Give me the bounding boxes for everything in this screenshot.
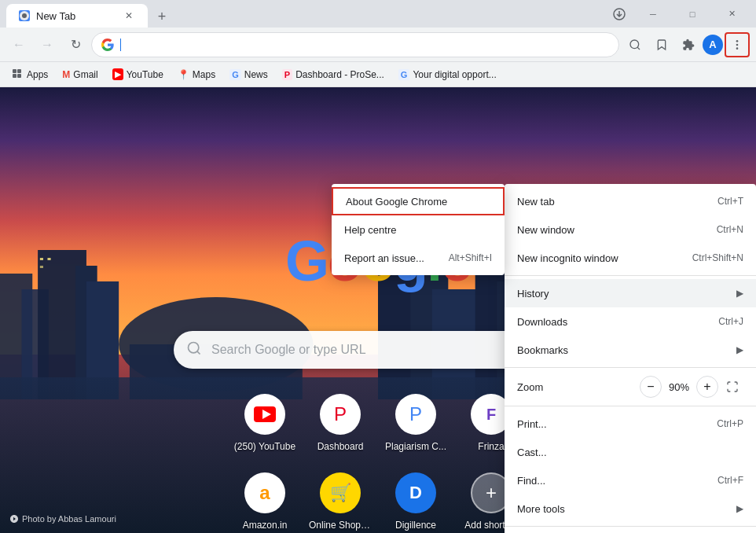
menu-find[interactable]: Find... Ctrl+F	[505, 466, 756, 494]
youtube-icon: ▶	[112, 68, 123, 80]
svg-rect-29	[40, 258, 43, 260]
shortcut-youtube[interactable]: (250) YouTube	[233, 394, 296, 452]
maps-icon: 📍	[178, 69, 189, 80]
cast-label: Cast...	[517, 447, 547, 458]
menu-new-tab[interactable]: New tab Ctrl+T	[505, 187, 756, 215]
chrome-dropdown-menu: New tab Ctrl+T New window Ctrl+N New inc…	[505, 184, 756, 533]
profile-avatar[interactable]: A	[703, 35, 723, 55]
svg-rect-6	[13, 69, 17, 73]
incognito-shortcut: Ctrl+Shift+N	[692, 252, 743, 263]
bookmark-news-label: News	[244, 69, 268, 80]
active-tab[interactable]: New Tab ✕	[6, 4, 148, 28]
back-button[interactable]: ←	[6, 32, 31, 57]
photo-credit: Photo by Abbas Lamouri	[9, 514, 116, 524]
bookmark-gmail[interactable]: M Gmail	[56, 66, 104, 83]
incognito-label: New incognito window	[517, 252, 618, 264]
menu-downloads[interactable]: Downloads Ctrl+J	[505, 307, 756, 336]
shortcut-digillence-icon: D	[395, 472, 436, 513]
downloads-label: Downloads	[517, 316, 567, 328]
bookmark-youtube[interactable]: ▶ YouTube	[106, 65, 170, 83]
menu-history[interactable]: History ▶	[505, 279, 756, 307]
bookmark-digital[interactable]: G Your digital opport...	[392, 66, 503, 83]
menu-incognito[interactable]: New incognito window Ctrl+Shift+N	[505, 244, 756, 272]
new-window-shortcut: Ctrl+N	[717, 224, 743, 235]
menu-print[interactable]: Print... Ctrl+P	[505, 410, 756, 438]
bookmark-dashboard-label: Dashboard - ProSe...	[295, 69, 384, 80]
bookmark-news[interactable]: G News	[223, 66, 274, 83]
shortcut-frinza-label: Frinza	[478, 441, 504, 452]
bookmark-icon[interactable]	[649, 32, 674, 57]
new-tab-button[interactable]: +	[151, 6, 173, 28]
divider-1	[505, 275, 756, 276]
history-arrow: ▶	[736, 288, 743, 299]
minimize-button[interactable]: ─	[635, 2, 671, 26]
forward-button[interactable]: →	[35, 32, 60, 57]
zoom-controls: − 90% +	[640, 376, 743, 398]
bookmark-maps-label: Maps	[193, 69, 215, 80]
svg-point-36	[189, 342, 199, 352]
bookmark-youtube-label: YouTube	[127, 69, 163, 80]
digital-icon: G	[398, 69, 410, 80]
reload-button[interactable]: ↻	[63, 32, 88, 57]
shortcut-amazon[interactable]: a Amazon.in	[233, 472, 296, 531]
title-bar: New Tab ✕ + ─ □ ✕	[0, 0, 756, 28]
maximize-button[interactable]: □	[674, 2, 710, 26]
main-content: Google Search Google or type URL (250) Y…	[0, 87, 756, 533]
downloads-icon[interactable]	[607, 2, 632, 27]
svg-point-2	[630, 40, 639, 49]
photo-credit-icon	[9, 514, 19, 524]
bookmark-dashboard[interactable]: P Dashboard - ProSe...	[276, 66, 391, 83]
chrome-menu-button[interactable]	[725, 32, 750, 57]
bookmark-apps[interactable]: Apps	[6, 66, 54, 83]
zoom-minus-button[interactable]: −	[640, 376, 662, 398]
zoom-label: Zoom	[517, 381, 633, 393]
shortcuts-row-1: (250) YouTube P Dashboard P Plagiarism C…	[233, 394, 523, 452]
menu-about-chrome[interactable]: About Google Chrome	[332, 187, 505, 215]
shortcut-amazon-label: Amazon.in	[243, 520, 288, 531]
find-shortcut: Ctrl+F	[717, 475, 743, 486]
gmail-icon: M	[62, 69, 70, 80]
shortcut-dashboard-label: Dashboard	[317, 441, 364, 452]
menu-more-tools[interactable]: More tools ▶	[505, 494, 756, 523]
print-label: Print...	[517, 418, 547, 430]
menu-help-centre[interactable]: Help centre	[332, 215, 505, 244]
menu-report-issue[interactable]: Report an issue... Alt+Shift+I	[332, 244, 505, 272]
shortcut-digillence[interactable]: D Digillence	[384, 472, 447, 531]
downloads-shortcut: Ctrl+J	[718, 316, 743, 327]
extensions-icon[interactable]	[676, 32, 701, 57]
close-button[interactable]: ✕	[714, 2, 750, 26]
zoom-control: Zoom − 90% +	[505, 371, 756, 403]
tab-title: New Tab	[36, 10, 75, 22]
search-icon[interactable]	[622, 32, 648, 57]
shortcut-youtube-icon	[244, 394, 285, 435]
bookmark-maps[interactable]: 📍 Maps	[171, 66, 222, 83]
report-issue-shortcut: Alt+Shift+I	[449, 252, 492, 263]
menu-new-window[interactable]: New window Ctrl+N	[505, 215, 756, 244]
bookmarks-bar: Apps M Gmail ▶ YouTube 📍 Maps G News P D…	[0, 62, 756, 87]
svg-rect-9	[17, 74, 21, 78]
shortcut-dashboard[interactable]: P Dashboard	[309, 394, 372, 452]
shortcut-online-shop[interactable]: 🛒 Online Shopp...	[309, 472, 372, 531]
zoom-value: 90%	[665, 381, 693, 393]
new-tab-label: New tab	[517, 196, 555, 208]
shortcut-plagiarism-icon: P	[395, 394, 436, 435]
shortcut-plagiarism[interactable]: P Plagiarism C...	[384, 394, 447, 452]
tab-bar: New Tab ✕ +	[6, 0, 607, 28]
more-tools-arrow: ▶	[736, 503, 743, 514]
address-bar[interactable]	[91, 32, 619, 57]
divider-4	[505, 526, 756, 527]
zoom-plus-button[interactable]: +	[696, 376, 718, 398]
tab-close-button[interactable]: ✕	[123, 9, 135, 22]
cursor-blink	[120, 39, 121, 51]
fullscreen-button[interactable]	[721, 376, 743, 398]
menu-cast[interactable]: Cast...	[505, 438, 756, 466]
bookmark-apps-label: Apps	[27, 69, 48, 80]
menu-bookmarks[interactable]: Bookmarks ▶	[505, 336, 756, 364]
logo-g: G	[285, 230, 328, 292]
toolbar-actions: A	[622, 32, 750, 57]
news-icon: G	[229, 69, 241, 80]
shortcut-amazon-icon: a	[244, 472, 285, 513]
svg-rect-7	[13, 74, 17, 78]
bookmark-gmail-label: Gmail	[73, 69, 97, 80]
report-issue-label: Report an issue...	[344, 252, 424, 264]
